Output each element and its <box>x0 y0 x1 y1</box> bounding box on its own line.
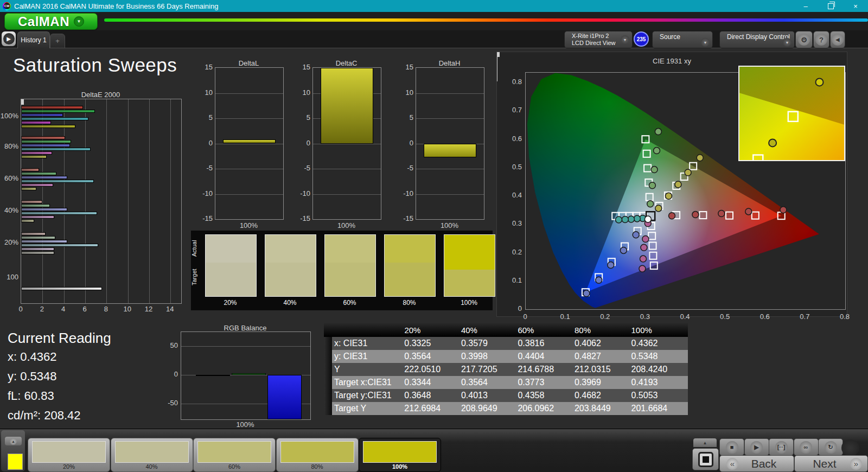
patch-button-40%[interactable]: 40% <box>111 438 193 472</box>
deltae-bar-40%-0 <box>21 200 42 203</box>
compare-swatch-100% <box>444 234 495 297</box>
gridline <box>313 144 381 144</box>
close-button[interactable]: × <box>843 0 868 12</box>
back-button[interactable]: « Back <box>719 455 794 472</box>
patch-button-100%[interactable]: 100% <box>359 438 441 472</box>
y-tick-label: 0.6 <box>507 135 522 143</box>
cell-value: 0.4193 <box>631 378 688 387</box>
deltae-bar-60%-4 <box>21 183 53 187</box>
source-dropdown[interactable]: Source ▼ <box>652 31 713 48</box>
row-label: x: CIE31 <box>332 339 404 348</box>
table-header-row: 20%40%60%80%100% <box>324 323 688 337</box>
table-row: Target Y212.6984208.9649206.0962203.8449… <box>324 402 688 415</box>
gridline <box>170 99 171 303</box>
mode-up-button[interactable]: ▲ <box>693 438 717 447</box>
deltae-bar-60%-2 <box>21 176 67 179</box>
cell-value: 0.4682 <box>575 391 631 400</box>
maximize-button[interactable] <box>818 0 843 12</box>
play-button[interactable]: ▶ <box>744 438 769 456</box>
collapse-panel-button[interactable]: ◀ <box>830 31 845 48</box>
cell-value: 0.3969 <box>575 378 631 387</box>
window-patch-button[interactable] <box>692 448 719 470</box>
cell-value: 217.7205 <box>461 365 518 374</box>
deltae-bar-20%-2 <box>21 240 67 243</box>
x-tick-label: 0.4 <box>677 312 693 321</box>
deltae-bar-40%-4 <box>21 215 54 219</box>
x-tick-label: 8 <box>99 305 112 313</box>
column-header: 80% <box>575 326 631 335</box>
row-label: Target y:CIE31 <box>332 391 404 400</box>
y-tick-label: 15 <box>398 63 413 71</box>
cell-value: 0.4827 <box>575 352 631 361</box>
deltae-bar-100%-3 <box>21 117 88 120</box>
gridline <box>215 118 283 119</box>
loop-icon: ↻ <box>825 441 837 454</box>
meter-dropdown[interactable]: X-Rite i1Pro 2 LCD Direct View ▼ <box>564 31 633 48</box>
deltae-bar-20%-5 <box>21 251 54 254</box>
patch-button-label: 20% <box>28 463 110 470</box>
cie-chart-title: CIE 1931 xy <box>497 57 847 65</box>
compare-swatch-40% <box>265 234 316 297</box>
deltae-bar-80%-3 <box>21 148 91 151</box>
row-edge <box>324 376 332 389</box>
patch-button-20%[interactable]: 20% <box>28 438 110 472</box>
y-tick-label: -15 <box>295 214 310 222</box>
target-patch <box>265 263 316 296</box>
cell-value: 206.0962 <box>518 404 575 413</box>
patch-swatch <box>32 441 106 463</box>
tab-history-1[interactable]: History 1 <box>17 31 50 48</box>
y-tick-label: 0 <box>197 139 213 147</box>
table-row: Target x:CIE310.33440.35640.37730.39690.… <box>324 376 688 389</box>
settings-button[interactable]: ⚙ <box>795 31 813 48</box>
patch-button-80%[interactable]: 80% <box>276 438 359 472</box>
x-category-label: 100% <box>215 221 283 229</box>
layout-nav-button[interactable]: ▶ <box>2 31 16 46</box>
help-button[interactable]: ? <box>813 31 829 48</box>
meter-count-badge[interactable]: 235 <box>634 31 649 47</box>
y-tick-label: -5 <box>197 164 213 172</box>
actual-target-swatch-panel: ActualTarget20%40%60%80%100% <box>191 231 493 310</box>
frame-marker-button[interactable]: [··] <box>769 438 794 456</box>
gridline <box>106 99 107 303</box>
x-tick-label: 0 <box>14 305 27 313</box>
deltae-bar-20%-0 <box>21 232 46 235</box>
app-icon: CM <box>3 2 11 10</box>
deltaH-title: DeltaH <box>416 59 483 67</box>
source-label: Source <box>660 34 680 41</box>
deltae-bar-100%-2 <box>21 113 63 117</box>
display-control-dropdown[interactable]: Direct Display Control ▼ <box>719 31 795 48</box>
patch-button-label: 60% <box>194 463 275 470</box>
rgb-bar-green <box>232 373 266 375</box>
cell-value: 0.4358 <box>518 391 575 400</box>
row-edge <box>324 363 332 376</box>
continuous-button[interactable]: ∞ <box>794 438 819 456</box>
cell-value: 0.3648 <box>404 391 461 400</box>
next-button[interactable]: Next » <box>794 455 868 472</box>
minimize-button[interactable]: – <box>793 0 818 12</box>
table-row: Target y:CIE310.36480.40130.43580.46820.… <box>324 389 688 402</box>
row-edge <box>324 337 332 350</box>
y-tick-label: -5 <box>398 164 413 172</box>
y-tick-label: 10 <box>398 88 413 97</box>
x-category-label: 100% <box>416 221 483 229</box>
loop-button[interactable]: ↻ <box>818 438 843 456</box>
patch-list-up-button[interactable]: ▲ <box>5 437 22 445</box>
gridline <box>215 194 283 195</box>
y-tick-label: 10 <box>295 88 310 97</box>
patch-button-label: 40% <box>111 463 193 470</box>
calman-menu-button[interactable]: CalMAN ▼ <box>4 13 98 30</box>
source-status-stripe <box>654 33 656 46</box>
deltaC-title: DeltaC <box>312 59 380 67</box>
y-tick-label: 0.1 <box>507 276 522 284</box>
deltae-bar-40%-3 <box>21 212 97 215</box>
stop-button[interactable]: ■ <box>719 438 744 456</box>
cie-chart-panel: CIE 1931 xy <box>496 52 847 317</box>
back-label: Back <box>744 457 784 470</box>
row-label: Target Y <box>332 404 404 413</box>
y-tick-label: -50 <box>163 399 178 407</box>
add-tab-button[interactable]: + <box>50 34 65 48</box>
row-edge <box>324 350 332 363</box>
cell-value: 0.3579 <box>461 339 518 348</box>
y-tick-label: 0.4 <box>507 191 522 199</box>
patch-button-60%[interactable]: 60% <box>193 438 276 472</box>
